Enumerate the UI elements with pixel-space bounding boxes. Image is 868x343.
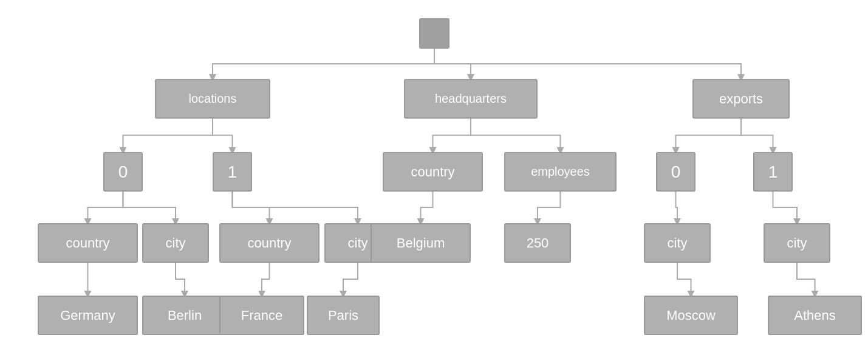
node-val_moscow: Moscow [644,296,738,335]
node-hq_belgium: Belgium [371,223,471,263]
node-loc1_country: country [219,223,320,263]
node-val_germany: Germany [38,296,138,335]
node-val_athens: Athens [768,296,862,335]
node-exp_0: 0 [656,152,695,192]
node-exp1_city: city [764,223,830,263]
node-exp_1: 1 [753,152,793,192]
node-loc_0: 0 [103,152,143,192]
node-val_berlin: Berlin [142,296,227,335]
tree-diagram: locationsheadquartersexports01countryemp… [0,0,868,343]
node-val_paris: Paris [307,296,380,335]
node-loc0_country: country [38,223,138,263]
node-headquarters: headquarters [404,79,538,119]
node-val_france: France [219,296,304,335]
node-hq_country: country [383,152,483,192]
node-hq_250: 250 [504,223,571,263]
node-root [419,18,449,49]
node-loc0_city: city [142,223,209,263]
node-loc_1: 1 [213,152,252,192]
node-exports: exports [692,79,790,119]
node-hq_employees: employees [504,152,617,192]
node-exp0_city: city [644,223,711,263]
node-locations: locations [155,79,270,119]
